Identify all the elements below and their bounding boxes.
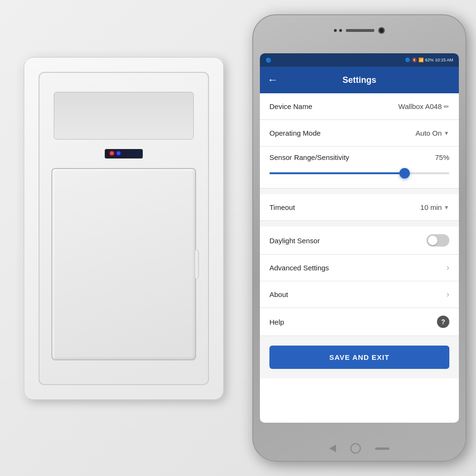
time-text: 10:15 AM — [435, 58, 453, 62]
timeout-row[interactable]: Timeout 10 min ▼ — [260, 194, 459, 221]
nav-back-icon[interactable] — [329, 445, 336, 452]
section-gap-2 — [260, 221, 459, 227]
device-name-text: Wallbox A048 — [398, 102, 442, 110]
save-section: SAVE AND EXIT — [260, 336, 459, 378]
timeout-label: Timeout — [269, 203, 295, 211]
app-header: ← Settings — [260, 67, 459, 93]
led-indicator — [105, 149, 143, 159]
side-handle — [194, 250, 199, 278]
signal-icon: 📶 — [418, 58, 424, 62]
camera-lens — [378, 27, 385, 34]
sensor-range-section: Sensor Range/Sensitivity 75% — [260, 147, 459, 188]
status-icons: 🔵 🔇 📶 62% 10:15 AM — [405, 58, 453, 62]
help-icon-text: ? — [441, 318, 446, 326]
operating-mode-text: Auto On — [416, 129, 442, 137]
back-button[interactable]: ← — [268, 74, 278, 86]
battery-text: 62% — [425, 58, 434, 62]
daylight-sensor-label: Daylight Sensor — [269, 237, 320, 245]
device-name-row[interactable]: Device Name Wallbox A048 ✏ — [260, 93, 459, 120]
operating-mode-value: Auto On ▼ — [416, 129, 449, 137]
nav-home-icon[interactable] — [350, 443, 361, 454]
save-button[interactable]: SAVE AND EXIT — [269, 346, 449, 369]
page-title: Settings — [342, 75, 376, 85]
camera-dot-2 — [339, 29, 342, 32]
daylight-sensor-toggle[interactable] — [426, 234, 449, 247]
advanced-settings-label: Advanced Settings — [269, 264, 329, 272]
timeout-arrow[interactable]: ▼ — [444, 204, 449, 211]
help-row[interactable]: Help ? — [260, 308, 459, 336]
wall-plate-inner — [39, 72, 209, 385]
advanced-settings-row[interactable]: Advanced Settings › — [260, 255, 459, 281]
sensor-range-value: 75% — [435, 153, 449, 161]
phone-screen: 🔵 🔵 🔇 📶 62% 10:15 AM ← Settings Device N… — [260, 53, 459, 423]
sensor-range-label: Sensor Range/Sensitivity — [269, 153, 349, 161]
wall-plate — [24, 57, 224, 400]
paddle-button[interactable] — [51, 168, 196, 360]
operating-mode-row[interactable]: Operating Mode Auto On ▼ — [260, 120, 459, 147]
device-name-label: Device Name — [269, 102, 312, 110]
phone-nav — [329, 443, 389, 454]
sensor-window — [54, 92, 194, 139]
device-name-value: Wallbox A048 ✏ — [398, 102, 449, 110]
timeout-text: 10 min — [420, 203, 442, 211]
section-gap-1 — [260, 188, 459, 194]
operating-mode-label: Operating Mode — [269, 129, 321, 137]
status-bar: 🔵 🔵 🔇 📶 62% 10:15 AM — [260, 53, 459, 67]
help-label: Help — [269, 318, 284, 326]
phone-camera — [334, 27, 385, 34]
bluetooth-icon: 🔵 — [405, 58, 410, 62]
daylight-sensor-row[interactable]: Daylight Sensor — [260, 227, 459, 255]
about-label: About — [269, 290, 288, 298]
timeout-value: 10 min ▼ — [420, 203, 449, 211]
operating-mode-arrow[interactable]: ▼ — [444, 130, 449, 137]
sensor-slider-container[interactable] — [269, 166, 449, 180]
status-left: 🔵 — [266, 58, 271, 63]
mute-icon: 🔇 — [412, 58, 417, 62]
led-red — [110, 151, 114, 155]
speaker-grille — [346, 29, 375, 32]
help-icon[interactable]: ? — [437, 316, 449, 328]
slider-thumb[interactable] — [399, 168, 410, 178]
advanced-settings-chevron[interactable]: › — [446, 263, 449, 273]
phone: 🔵 🔵 🔇 📶 62% 10:15 AM ← Settings Device N… — [252, 14, 466, 462]
toggle-thumb — [428, 236, 437, 245]
slider-fill — [269, 172, 405, 174]
nav-recents-icon[interactable] — [375, 447, 389, 450]
slider-track — [269, 172, 449, 174]
led-blue — [117, 151, 120, 155]
edit-icon[interactable]: ✏ — [444, 103, 449, 110]
about-row[interactable]: About › — [260, 281, 459, 308]
camera-dot-1 — [334, 29, 337, 32]
camera-dots — [334, 29, 342, 32]
settings-list: Device Name Wallbox A048 ✏ Operating Mod… — [260, 93, 459, 378]
sensor-range-row: Sensor Range/Sensitivity 75% — [269, 147, 449, 166]
about-chevron[interactable]: › — [446, 289, 449, 299]
